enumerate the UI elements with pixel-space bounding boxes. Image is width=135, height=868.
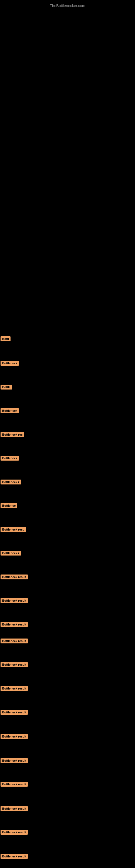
bottleneck-label-item: Bottleneck (1, 361, 19, 367)
bottleneck-label-item: Bottlenec (1, 503, 17, 509)
bottleneck-result-badge: Bottleneck result (1, 575, 28, 579)
bottleneck-result-badge: Bottleneck (1, 456, 19, 461)
bottleneck-result-badge: Bottlenec (1, 503, 17, 508)
bottleneck-label-item: Bottleneck result (1, 710, 28, 716)
bottleneck-label-item: Bottleneck result (1, 758, 28, 764)
bottleneck-result-badge: Bottle (1, 384, 12, 390)
bottleneck-label-item: Bottleneck (1, 456, 19, 462)
bottleneck-result-badge: Bottleneck result (1, 854, 28, 859)
bottleneck-label-item: Bottleneck result (1, 734, 28, 740)
bottleneck-label-item: Bottleneck result (1, 854, 28, 860)
bottleneck-result-badge: Bottleneck result (1, 758, 28, 763)
bottleneck-result-badge: Bottleneck (1, 408, 19, 413)
bottleneck-label-item: Bottleneck result (1, 830, 28, 836)
bottleneck-result-badge: Bottleneck resu (1, 527, 26, 532)
bottleneck-result-badge: Bottleneck result (1, 710, 28, 715)
bottleneck-result-badge: Bottleneck res (1, 432, 24, 437)
bottleneck-result-badge: Bottleneck result (1, 598, 28, 603)
bottleneck-label-item: Bottleneck res (1, 432, 24, 438)
bottleneck-result-badge: Bottleneck r (1, 551, 21, 556)
bottleneck-label-item: Bottleneck result (1, 622, 28, 628)
bottleneck-label-item: Bottl (1, 336, 10, 342)
bottleneck-label-item: Bottle (1, 384, 12, 391)
bottleneck-label-item: Bottleneck result (1, 662, 28, 668)
bottleneck-label-item: Bottleneck result (1, 575, 28, 581)
bottleneck-result-badge: Bottleneck result (1, 639, 28, 643)
bottleneck-result-badge: Bottleneck result (1, 782, 28, 786)
bottleneck-label-item: Bottleneck result (1, 686, 28, 692)
bottleneck-result-badge: Bottleneck result (1, 622, 28, 627)
bottleneck-label-item: Bottleneck resu (1, 527, 26, 533)
bottleneck-result-badge: Bottleneck result (1, 806, 28, 811)
bottleneck-result-badge: Bottleneck (1, 361, 19, 366)
bottleneck-result-badge: Bottleneck result (1, 662, 28, 667)
bottleneck-label-item: Bottleneck (1, 408, 19, 414)
bottleneck-result-badge: Bottleneck result (1, 686, 28, 691)
bottleneck-result-badge: Bottl (1, 336, 10, 341)
bottleneck-label-item: Bottleneck result (1, 806, 28, 812)
bottleneck-label-item: Bottleneck result (1, 782, 28, 788)
site-title: TheBottlenecker.com (0, 1, 135, 10)
bottleneck-label-item: Bottleneck result (1, 639, 28, 645)
bottleneck-label-item: Bottleneck r (1, 479, 21, 486)
bottleneck-result-badge: Bottleneck result (1, 734, 28, 739)
bottleneck-result-badge: Bottleneck result (1, 830, 28, 835)
bottleneck-result-badge: Bottleneck r (1, 479, 21, 485)
bottleneck-label-item: Bottleneck result (1, 598, 28, 604)
bottleneck-label-item: Bottleneck r (1, 551, 21, 557)
